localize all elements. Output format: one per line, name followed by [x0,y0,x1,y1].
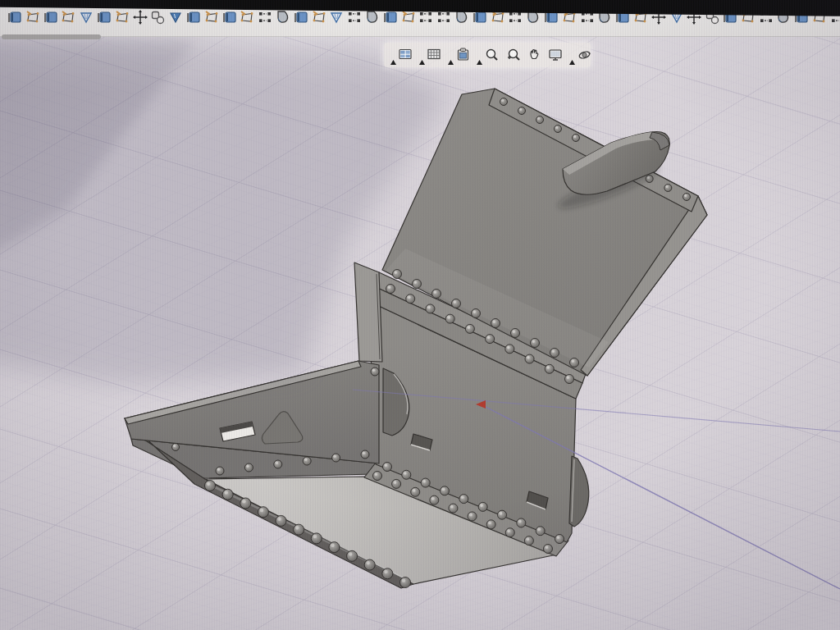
toolbar-button-body-icon[interactable] [96,9,112,27]
dropdown-arrow-icon[interactable] [448,52,454,68]
toolbar-button-body-icon[interactable] [185,9,202,27]
toolbar-scrollbar-thumb[interactable] [2,34,101,39]
view-toolbar-button-orbit-icon[interactable] [577,47,593,66]
toolbar-button-sketch-icon[interactable] [400,9,417,27]
dropdown-arrow-icon[interactable] [390,52,396,68]
view-toolbar-button-grid-table-icon[interactable] [427,47,443,66]
toolbar-button-filter-outline-icon[interactable] [328,9,345,27]
toolbar-button-filter-filled-icon[interactable] [167,9,184,27]
toolbar-button-body-icon[interactable] [293,9,309,27]
toolbar-button-sketch-icon[interactable] [60,9,76,27]
toolbar-button-surface-icon[interactable] [275,9,291,27]
view-toolbar-button-zoom-in-icon[interactable] [505,47,522,66]
monitor-photo [0,0,840,630]
dropdown-arrow-icon[interactable] [477,52,482,68]
toolbar-button-surface-icon[interactable] [364,9,381,27]
toolbar-button-sketch-icon[interactable] [311,9,327,27]
toolbar-button-body-icon[interactable] [7,9,23,27]
toolbar-button-dimension-icon[interactable] [346,9,363,27]
view-navigation-toolbar [384,43,591,67]
toolbar-button-body-icon[interactable] [382,9,399,27]
toolbar-button-sketch-icon[interactable] [25,9,41,27]
view-toolbar-button-fit-screen-icon[interactable] [548,47,564,66]
toolbar-button-sketch-icon[interactable] [114,9,130,27]
view-toolbar-button-clipboard-icon[interactable] [455,47,472,66]
view-toolbar-button-pan-icon[interactable] [527,47,543,66]
toolbar-button-body-icon[interactable] [43,9,59,27]
toolbar-button-filter-outline-icon[interactable] [78,9,94,27]
toolbar-button-sketch-icon[interactable] [239,9,255,27]
view-toolbar-button-viewports-icon[interactable] [398,47,414,66]
toolbar-button-dimension-icon[interactable] [257,9,273,27]
toolbar-button-duplicate-icon[interactable] [149,9,166,27]
view-toolbar-button-zoom-window-icon[interactable] [484,47,500,66]
toolbar-button-move-icon[interactable] [132,9,148,27]
toolbar-button-sketch-icon[interactable] [203,9,220,27]
dropdown-arrow-icon[interactable] [569,52,575,68]
viewport-canvas[interactable] [0,36,840,630]
toolbar-button-body-icon[interactable] [221,9,238,27]
dropdown-arrow-icon[interactable] [419,52,425,68]
